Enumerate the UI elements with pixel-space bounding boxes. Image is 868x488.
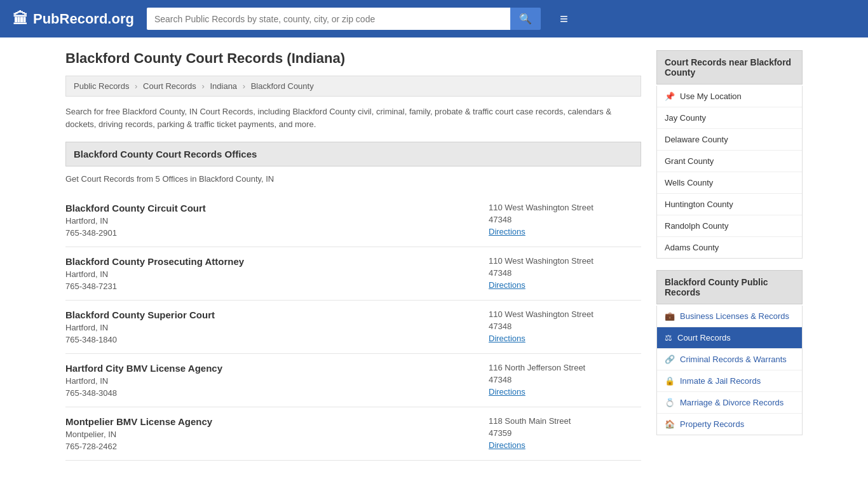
office-zip: 47348: [489, 375, 641, 384]
office-city: Hartford, IN: [65, 269, 476, 279]
sidebar-item-grant-county[interactable]: Grant County: [657, 151, 802, 172]
office-city: Hartford, IN: [65, 376, 476, 386]
office-name: Montpelier BMV License Agency: [65, 416, 476, 427]
office-left-4: Montpelier BMV License Agency Montpelier…: [65, 416, 476, 451]
sidebar-pr-criminal-records-&-warrants[interactable]: 🔗 Criminal Records & Warrants: [657, 349, 802, 370]
pr-label-4: Marriage & Divorce Records: [680, 398, 783, 407]
pr-icon-4: 💍: [665, 398, 675, 407]
office-right-0: 110 West Washington Street 47348 Directi…: [489, 203, 641, 238]
main-content: Blackford County Court Records (Indiana)…: [65, 50, 641, 461]
office-name: Hartford City BMV License Agency: [65, 363, 476, 374]
office-entry: Hartford City BMV License Agency Hartfor…: [65, 354, 641, 407]
office-entry: Blackford County Circuit Court Hartford,…: [65, 194, 641, 247]
office-right-2: 110 West Washington Street 47348 Directi…: [489, 309, 641, 344]
breadcrumb: Public Records › Court Records › Indiana…: [65, 76, 641, 97]
sidebar-pr-inmate-&-jail-records[interactable]: 🔒 Inmate & Jail Records: [657, 370, 802, 392]
pr-icon-1: ⚖: [665, 333, 672, 342]
office-phone: 765-348-2901: [65, 228, 476, 238]
office-entry: Blackford County Prosecuting Attorney Ha…: [65, 247, 641, 301]
page-title: Blackford County Court Records (Indiana): [65, 50, 641, 67]
sidebar-item-wells-county[interactable]: Wells County: [657, 172, 802, 194]
logo-icon: 🏛: [13, 10, 28, 28]
office-zip: 47348: [489, 268, 641, 278]
office-phone: 765-348-7231: [65, 281, 476, 291]
sidebar-item-randolph-county[interactable]: Randolph County: [657, 215, 802, 237]
office-entry: Montpelier BMV License Agency Montpelier…: [65, 407, 641, 461]
breadcrumb-indiana[interactable]: Indiana: [210, 81, 237, 91]
office-address: 110 West Washington Street: [489, 203, 641, 212]
breadcrumb-current: Blackford County: [251, 81, 314, 91]
menu-button[interactable]: ≡: [560, 11, 568, 27]
offices-list: Blackford County Circuit Court Hartford,…: [65, 194, 641, 461]
sidebar-item-huntington-county[interactable]: Huntington County: [657, 194, 802, 215]
directions-link[interactable]: Directions: [489, 440, 526, 450]
office-address: 118 South Main Street: [489, 416, 641, 426]
pr-label-5: Property Records: [680, 419, 744, 429]
search-input[interactable]: [147, 8, 510, 30]
pr-label-0: Business Licenses & Records: [680, 311, 789, 321]
nearby-section-title: Court Records near Blackford County: [656, 50, 803, 85]
office-phone: 765-728-2462: [65, 442, 476, 451]
office-name: Blackford County Superior Court: [65, 309, 476, 320]
sidebar-pr-marriage-&-divorce-records[interactable]: 💍 Marriage & Divorce Records: [657, 392, 802, 414]
office-left-1: Blackford County Prosecuting Attorney Ha…: [65, 256, 476, 291]
logo-text: PubRecord.org: [33, 11, 134, 27]
office-right-1: 110 West Washington Street 47348 Directi…: [489, 256, 641, 291]
office-zip: 47359: [489, 428, 641, 438]
sidebar-pr-property-records[interactable]: 🏠 Property Records: [657, 414, 802, 435]
nearby-counties-list: 📌 Use My Location Jay CountyDelaware Cou…: [656, 86, 803, 259]
use-my-location[interactable]: 📌 Use My Location: [657, 86, 802, 107]
sidebar: Court Records near Blackford County 📌 Us…: [656, 50, 803, 461]
pr-icon-2: 🔗: [665, 355, 675, 364]
pr-label-1: Court Records: [677, 333, 731, 342]
office-name: Blackford County Circuit Court: [65, 203, 476, 214]
office-left-0: Blackford County Circuit Court Hartford,…: [65, 203, 476, 238]
office-address: 110 West Washington Street: [489, 256, 641, 266]
sidebar-item-jay-county[interactable]: Jay County: [657, 107, 802, 129]
sidebar-item-adams-county[interactable]: Adams County: [657, 237, 802, 258]
search-icon: 🔍: [519, 13, 532, 24]
pr-label-2: Criminal Records & Warrants: [680, 355, 787, 364]
office-zip: 47348: [489, 215, 641, 224]
public-records-list: 💼 Business Licenses & Records ⚖ Court Re…: [656, 306, 803, 435]
office-name: Blackford County Prosecuting Attorney: [65, 256, 476, 267]
sidebar-item-delaware-county[interactable]: Delaware County: [657, 129, 802, 151]
sidebar-pr-court-records[interactable]: ⚖ Court Records: [657, 327, 802, 349]
office-city: Hartford, IN: [65, 323, 476, 332]
breadcrumb-public-records[interactable]: Public Records: [74, 81, 129, 91]
office-entry: Blackford County Superior Court Hartford…: [65, 301, 641, 354]
office-phone: 765-348-1840: [65, 335, 476, 344]
directions-link[interactable]: Directions: [489, 334, 526, 343]
page-description: Search for free Blackford County, IN Cou…: [65, 105, 641, 130]
search-button[interactable]: 🔍: [510, 8, 541, 30]
office-right-3: 116 North Jefferson Street 47348 Directi…: [489, 363, 641, 398]
sidebar-pr-business-licenses-&-records[interactable]: 💼 Business Licenses & Records: [657, 306, 802, 327]
pr-icon-5: 🏠: [665, 419, 675, 429]
site-logo[interactable]: 🏛 PubRecord.org: [13, 10, 134, 28]
office-city: Montpelier, IN: [65, 430, 476, 439]
office-address: 116 North Jefferson Street: [489, 363, 641, 372]
office-phone: 765-348-3048: [65, 388, 476, 398]
location-icon: 📌: [665, 92, 675, 101]
office-left-2: Blackford County Superior Court Hartford…: [65, 309, 476, 344]
search-bar: 🔍: [147, 8, 541, 30]
office-left-3: Hartford City BMV License Agency Hartfor…: [65, 363, 476, 398]
use-location-label: Use My Location: [680, 92, 742, 101]
pr-icon-3: 🔒: [665, 376, 675, 386]
public-records-section-title: Blackford County Public Records: [656, 270, 803, 304]
office-right-4: 118 South Main Street 47359 Directions: [489, 416, 641, 451]
directions-link[interactable]: Directions: [489, 387, 526, 396]
office-address: 110 West Washington Street: [489, 309, 641, 319]
pr-icon-0: 💼: [665, 311, 675, 321]
office-city: Hartford, IN: [65, 216, 476, 226]
office-zip: 47348: [489, 322, 641, 331]
breadcrumb-court-records[interactable]: Court Records: [143, 81, 196, 91]
offices-section-desc: Get Court Records from 5 Offices in Blac…: [65, 174, 641, 184]
offices-section-header: Blackford County Court Records Offices: [65, 142, 641, 166]
directions-link[interactable]: Directions: [489, 227, 526, 236]
pr-label-3: Inmate & Jail Records: [680, 376, 761, 386]
directions-link[interactable]: Directions: [489, 280, 526, 290]
